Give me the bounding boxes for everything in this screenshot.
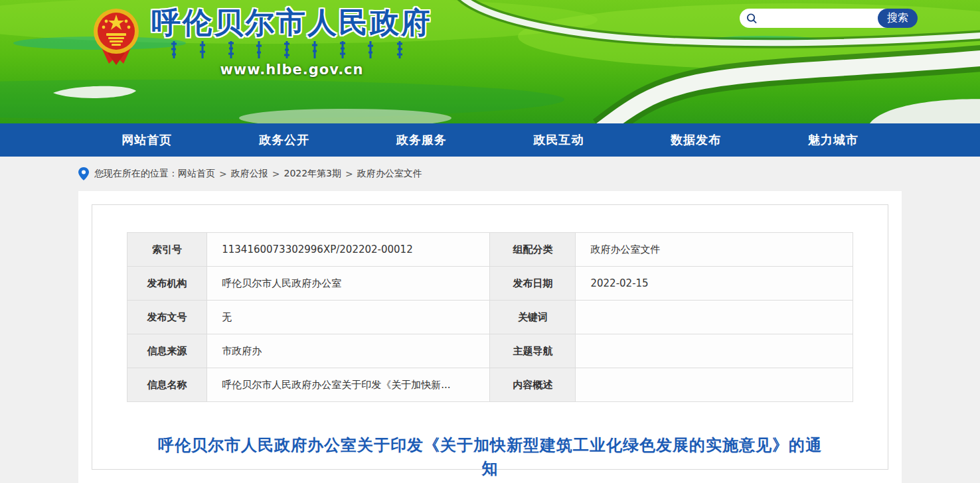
meta-value-source: 市政府办: [207, 334, 490, 368]
breadcrumb-prefix: 您现在所在的位置：: [94, 168, 178, 180]
site-brand: 呼伦贝尔市人民政府 www.hlbe.gov.cn: [92, 7, 432, 78]
meta-value-index-no: 1134160073302996XP/202202-00012: [207, 233, 490, 267]
meta-label-pub-date: 发布日期: [490, 267, 576, 301]
table-row: 发布机构 呼伦贝尔市人民政府办公室 发布日期 2022-02-15: [127, 267, 853, 301]
search-bar: 搜索: [740, 9, 916, 28]
meta-label-doc-no: 发布文号: [127, 301, 207, 334]
search-input[interactable]: [758, 9, 878, 28]
nav-item-city[interactable]: 魅力城市: [764, 123, 902, 157]
meta-value-topic-nav: [576, 334, 853, 368]
meta-label-topic-nav: 主题导航: [490, 334, 576, 368]
nav-item-gov-info[interactable]: 政务公开: [216, 123, 353, 157]
header-banner: 呼伦贝尔市人民政府 www.hlbe.gov.cn: [0, 0, 980, 123]
breadcrumb-separator: >: [345, 169, 353, 179]
meta-value-pub-date: 2022-02-15: [576, 267, 853, 301]
content-card: 索引号 1134160073302996XP/202202-00012 组配分类…: [78, 191, 902, 483]
meta-label-keywords: 关键词: [490, 301, 576, 334]
document-meta-table: 索引号 1134160073302996XP/202202-00012 组配分类…: [127, 232, 853, 402]
nav-item-data[interactable]: 数据发布: [627, 123, 765, 157]
search-icon: [746, 13, 758, 25]
breadcrumb: 您现在所在的位置： 网站首页 > 政府公报 > 2022年第3期 > 政府办公室…: [78, 157, 902, 191]
national-emblem-icon: [92, 7, 141, 66]
meta-value-summary: [576, 368, 853, 402]
breadcrumb-link-issue[interactable]: 2022年第3期: [284, 168, 341, 180]
breadcrumb-link-home[interactable]: 网站首页: [178, 168, 215, 180]
meta-value-keywords: [576, 301, 853, 334]
table-row: 发布文号 无 关键词: [127, 301, 853, 334]
document-title: 呼伦贝尔市人民政府办公室关于印发《关于加快新型建筑工业化绿色发展的实施意见》的通…: [151, 434, 829, 480]
breadcrumb-separator: >: [272, 169, 280, 179]
meta-value-doc-no: 无: [207, 301, 490, 334]
meta-value-category: 政府办公室文件: [576, 233, 853, 267]
meta-value-info-name: 呼伦贝尔市人民政府办公室关于印发《关于加快新...: [207, 368, 490, 402]
location-pin-icon: [78, 167, 89, 180]
meta-label-index-no: 索引号: [127, 233, 207, 267]
document-panel: 索引号 1134160073302996XP/202202-00012 组配分类…: [92, 204, 888, 470]
main-nav: 网站首页 政务公开 政务服务 政民互动 数据发布 魅力城市: [0, 123, 980, 157]
breadcrumb-link-docs[interactable]: 政府办公室文件: [357, 168, 422, 180]
breadcrumb-link-gazette[interactable]: 政府公报: [231, 168, 268, 180]
table-row: 信息来源 市政府办 主题导航: [127, 334, 853, 368]
meta-label-source: 信息来源: [127, 334, 207, 368]
meta-label-info-name: 信息名称: [127, 368, 207, 402]
nav-item-home[interactable]: 网站首页: [78, 123, 216, 157]
site-title: 呼伦贝尔市人民政府: [151, 7, 432, 38]
meta-label-summary: 内容概述: [490, 368, 576, 402]
site-url: www.hlbe.gov.cn: [220, 62, 363, 78]
breadcrumb-separator: >: [219, 169, 227, 179]
nav-item-interaction[interactable]: 政民互动: [490, 123, 627, 157]
meta-label-publisher: 发布机构: [127, 267, 207, 301]
nav-item-gov-service[interactable]: 政务服务: [353, 123, 490, 157]
table-row: 索引号 1134160073302996XP/202202-00012 组配分类…: [127, 233, 853, 267]
table-row: 信息名称 呼伦贝尔市人民政府办公室关于印发《关于加快新... 内容概述: [127, 368, 853, 402]
mongolian-script-icon: [166, 40, 418, 60]
meta-label-category: 组配分类: [490, 233, 576, 267]
meta-value-publisher: 呼伦贝尔市人民政府办公室: [207, 267, 490, 301]
search-button[interactable]: 搜索: [878, 9, 918, 28]
